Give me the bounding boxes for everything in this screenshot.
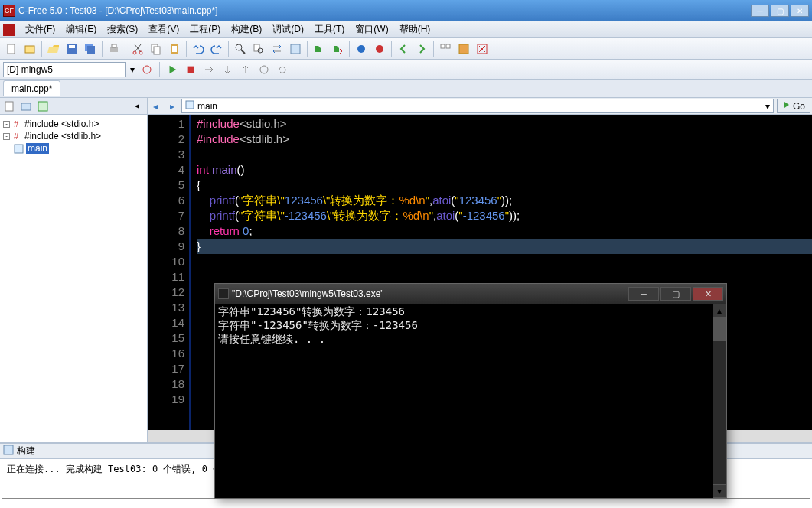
console-scrollbar[interactable]: ▴ ▾	[713, 304, 726, 498]
svg-rect-30	[38, 102, 47, 111]
compiler-select[interactable]	[3, 62, 126, 77]
dropdown-arrow-icon[interactable]: ▾	[765, 101, 770, 112]
symbol-tree[interactable]: - # #include <stdio.h> - # #include <std…	[0, 115, 147, 442]
save-all-icon[interactable]	[82, 41, 99, 57]
console-close-button[interactable]: ✕	[693, 287, 723, 301]
func-prev-icon[interactable]: ◂	[148, 101, 163, 112]
build-output-title: 构建	[17, 444, 35, 458]
go-button[interactable]: Go	[777, 99, 810, 113]
watch-icon[interactable]	[256, 62, 272, 77]
sidebar-tab-class-icon[interactable]	[20, 100, 32, 112]
cut-icon[interactable]	[129, 41, 146, 57]
svg-point-14	[236, 44, 242, 50]
find-icon[interactable]	[232, 41, 249, 57]
svg-rect-34	[186, 101, 194, 109]
svg-rect-21	[441, 44, 445, 48]
app-icon: CF	[3, 5, 15, 17]
file-tabstrip: main.cpp*	[0, 80, 812, 98]
nav-back-icon[interactable]	[395, 41, 412, 57]
copy-icon[interactable]	[148, 41, 165, 57]
options-icon[interactable]	[455, 41, 472, 57]
stop-icon[interactable]	[183, 62, 198, 77]
menu-window[interactable]: 窗口(W)	[350, 21, 393, 37]
replace-icon[interactable]	[269, 41, 285, 57]
menu-project[interactable]: 工程(P)	[184, 21, 226, 37]
restart-icon[interactable]	[275, 62, 290, 77]
maximize-button[interactable]: ▢	[771, 5, 789, 17]
close-button[interactable]: ✕	[791, 5, 809, 17]
dropdown-arrow-icon[interactable]: ▾	[129, 64, 136, 75]
paste-icon[interactable]	[166, 41, 183, 57]
function-icon	[14, 144, 24, 154]
find-files-icon[interactable]	[250, 41, 267, 57]
console-output[interactable]: 字符串"123456"转换为数字：123456 字符串"-123456"转换为数…	[215, 304, 713, 498]
menu-search[interactable]: 搜索(S)	[102, 21, 143, 37]
scroll-up-icon[interactable]: ▴	[713, 304, 726, 318]
menu-file[interactable]: 文件(F)	[20, 21, 60, 37]
console-titlebar[interactable]: "D:\CProj\Test03\mingw5\Test03.exe" ─ ▢ …	[215, 284, 726, 304]
scroll-thumb[interactable]	[713, 318, 726, 341]
build-all-icon[interactable]	[329, 41, 346, 57]
sidebar-collapse-icon[interactable]: ◂	[135, 100, 147, 112]
tree-item-label[interactable]: #include <stdlib.h>	[24, 131, 101, 142]
symbols-sidebar: ◂ - # #include <stdio.h> - # #include <s…	[0, 98, 148, 442]
console-maximize-button[interactable]: ▢	[660, 287, 691, 301]
file-tab-main[interactable]: main.cpp*	[3, 80, 60, 96]
menu-help[interactable]: 帮助(H)	[394, 21, 436, 37]
tree-item-label-selected[interactable]: main	[26, 143, 49, 154]
step-out-icon[interactable]	[238, 62, 253, 77]
menu-view[interactable]: 查看(V)	[143, 21, 184, 37]
tree-expander-icon[interactable]: -	[3, 121, 10, 128]
scroll-down-icon[interactable]: ▾	[713, 484, 726, 498]
tree-row: main	[3, 142, 144, 155]
tree-row: - # #include <stdlib.h>	[3, 130, 144, 142]
save-icon[interactable]	[64, 41, 80, 57]
redo-icon[interactable]	[208, 41, 225, 57]
breakpoint-icon[interactable]	[371, 41, 388, 57]
config-icon[interactable]	[139, 62, 155, 77]
console-title: "D:\CProj\Test03\mingw5\Test03.exe"	[232, 288, 627, 299]
print-icon[interactable]	[106, 41, 122, 57]
function-combo-label: main	[197, 101, 217, 112]
menubar: 文件(F) 编辑(E) 搜索(S) 查看(V) 工程(P) 构建(B) 调试(D…	[0, 21, 812, 38]
undo-icon[interactable]	[190, 41, 207, 57]
run-icon[interactable]	[165, 62, 180, 77]
svg-rect-28	[5, 102, 13, 111]
menu-edit[interactable]: 编辑(E)	[60, 21, 102, 37]
app-icon-small	[3, 24, 15, 36]
close-panel-icon[interactable]	[474, 41, 491, 57]
svg-rect-5	[87, 46, 95, 54]
svg-rect-26	[188, 66, 194, 73]
tree-item-label[interactable]: #include <stdio.h>	[24, 119, 99, 129]
svg-rect-35	[4, 445, 13, 454]
svg-text:#: #	[14, 132, 19, 141]
window-list-icon[interactable]	[437, 41, 454, 57]
svg-point-19	[357, 45, 365, 53]
console-window[interactable]: "D:\CProj\Test03\mingw5\Test03.exe" ─ ▢ …	[214, 283, 727, 499]
function-combo[interactable]: main ▾	[181, 99, 774, 113]
step-over-icon[interactable]	[201, 62, 217, 77]
sidebar-tab-file-icon[interactable]	[3, 100, 15, 112]
menu-build[interactable]: 构建(B)	[226, 21, 267, 37]
new-file-icon[interactable]	[3, 41, 20, 57]
open-icon[interactable]	[45, 41, 62, 57]
tree-expander-icon[interactable]: -	[3, 133, 10, 140]
svg-point-27	[260, 66, 268, 73]
func-next-icon[interactable]: ▸	[165, 101, 180, 112]
svg-rect-11	[154, 47, 160, 54]
new-project-icon[interactable]	[21, 41, 38, 57]
menu-debug[interactable]: 调试(D)	[267, 21, 309, 37]
build-icon[interactable]	[311, 41, 328, 57]
debug-icon[interactable]	[353, 41, 370, 57]
menu-tools[interactable]: 工具(T)	[309, 21, 350, 37]
step-into-icon[interactable]	[220, 62, 235, 77]
console-minimize-button[interactable]: ─	[628, 287, 659, 301]
sidebar-tab-funcs-icon[interactable]	[37, 100, 49, 112]
svg-rect-6	[110, 47, 118, 52]
goto-icon[interactable]	[287, 41, 304, 57]
function-bar: ◂ ▸ main ▾ Go	[148, 98, 812, 115]
minimize-button[interactable]: ─	[751, 5, 769, 17]
nav-fwd-icon[interactable]	[413, 41, 430, 57]
line-number-gutter: 12345678910111213141516171819	[148, 115, 191, 430]
svg-rect-33	[15, 145, 23, 153]
